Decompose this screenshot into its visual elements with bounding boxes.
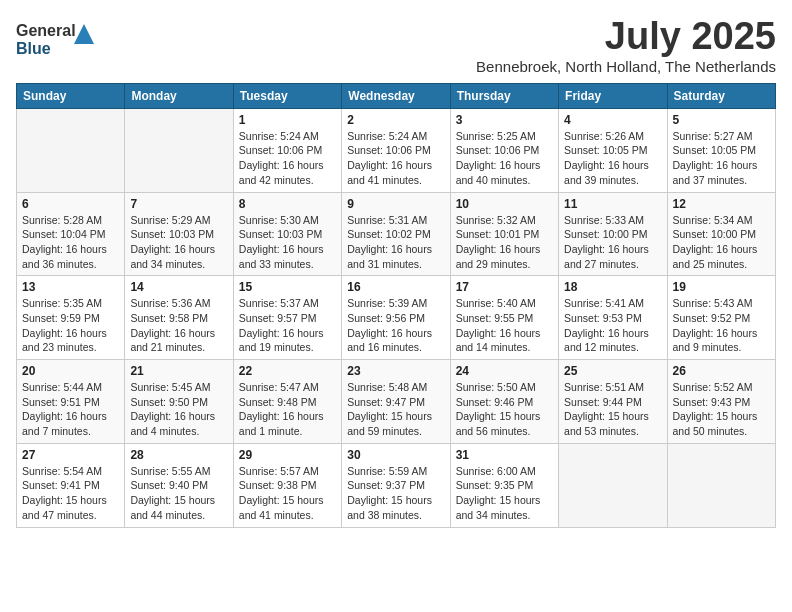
day-detail: Sunrise: 5:30 AMSunset: 10:03 PMDaylight…	[239, 213, 336, 272]
day-detail: Sunrise: 5:54 AMSunset: 9:41 PMDaylight:…	[22, 464, 119, 523]
day-detail: Sunrise: 5:40 AMSunset: 9:55 PMDaylight:…	[456, 296, 553, 355]
calendar-cell: 16Sunrise: 5:39 AMSunset: 9:56 PMDayligh…	[342, 276, 450, 360]
day-number: 27	[22, 448, 119, 462]
day-detail: Sunrise: 5:57 AMSunset: 9:38 PMDaylight:…	[239, 464, 336, 523]
day-number: 26	[673, 364, 770, 378]
day-header-thursday: Thursday	[450, 83, 558, 108]
calendar-cell: 23Sunrise: 5:48 AMSunset: 9:47 PMDayligh…	[342, 360, 450, 444]
calendar-cell: 24Sunrise: 5:50 AMSunset: 9:46 PMDayligh…	[450, 360, 558, 444]
day-detail: Sunrise: 5:34 AMSunset: 10:00 PMDaylight…	[673, 213, 770, 272]
day-number: 8	[239, 197, 336, 211]
calendar-cell: 20Sunrise: 5:44 AMSunset: 9:51 PMDayligh…	[17, 360, 125, 444]
day-detail: Sunrise: 5:27 AMSunset: 10:05 PMDaylight…	[673, 129, 770, 188]
calendar-cell: 4Sunrise: 5:26 AMSunset: 10:05 PMDayligh…	[559, 108, 667, 192]
day-number: 21	[130, 364, 227, 378]
day-detail: Sunrise: 5:55 AMSunset: 9:40 PMDaylight:…	[130, 464, 227, 523]
calendar-cell: 26Sunrise: 5:52 AMSunset: 9:43 PMDayligh…	[667, 360, 775, 444]
day-detail: Sunrise: 5:31 AMSunset: 10:02 PMDaylight…	[347, 213, 444, 272]
day-detail: Sunrise: 5:28 AMSunset: 10:04 PMDaylight…	[22, 213, 119, 272]
day-number: 15	[239, 280, 336, 294]
calendar-cell: 8Sunrise: 5:30 AMSunset: 10:03 PMDayligh…	[233, 192, 341, 276]
calendar-week-2: 6Sunrise: 5:28 AMSunset: 10:04 PMDayligh…	[17, 192, 776, 276]
day-detail: Sunrise: 5:35 AMSunset: 9:59 PMDaylight:…	[22, 296, 119, 355]
day-number: 10	[456, 197, 553, 211]
day-detail: Sunrise: 5:24 AMSunset: 10:06 PMDaylight…	[347, 129, 444, 188]
calendar-header-row: SundayMondayTuesdayWednesdayThursdayFrid…	[17, 83, 776, 108]
calendar-cell: 18Sunrise: 5:41 AMSunset: 9:53 PMDayligh…	[559, 276, 667, 360]
calendar-cell: 19Sunrise: 5:43 AMSunset: 9:52 PMDayligh…	[667, 276, 775, 360]
day-number: 29	[239, 448, 336, 462]
calendar-cell: 27Sunrise: 5:54 AMSunset: 9:41 PMDayligh…	[17, 443, 125, 527]
calendar-cell: 21Sunrise: 5:45 AMSunset: 9:50 PMDayligh…	[125, 360, 233, 444]
calendar-cell: 7Sunrise: 5:29 AMSunset: 10:03 PMDayligh…	[125, 192, 233, 276]
calendar-cell: 1Sunrise: 5:24 AMSunset: 10:06 PMDayligh…	[233, 108, 341, 192]
day-number: 3	[456, 113, 553, 127]
svg-marker-1	[74, 24, 94, 44]
calendar-cell: 15Sunrise: 5:37 AMSunset: 9:57 PMDayligh…	[233, 276, 341, 360]
calendar-cell: 6Sunrise: 5:28 AMSunset: 10:04 PMDayligh…	[17, 192, 125, 276]
day-header-friday: Friday	[559, 83, 667, 108]
day-number: 2	[347, 113, 444, 127]
day-number: 14	[130, 280, 227, 294]
calendar-cell	[125, 108, 233, 192]
calendar-cell: 31Sunrise: 6:00 AMSunset: 9:35 PMDayligh…	[450, 443, 558, 527]
day-header-wednesday: Wednesday	[342, 83, 450, 108]
day-number: 19	[673, 280, 770, 294]
day-number: 4	[564, 113, 661, 127]
calendar-cell: 9Sunrise: 5:31 AMSunset: 10:02 PMDayligh…	[342, 192, 450, 276]
calendar-cell: 10Sunrise: 5:32 AMSunset: 10:01 PMDaylig…	[450, 192, 558, 276]
location-title: Bennebroek, North Holland, The Netherlan…	[476, 58, 776, 75]
page-header: General Blue July 2025 Bennebroek, North…	[16, 16, 776, 75]
calendar-cell: 3Sunrise: 5:25 AMSunset: 10:06 PMDayligh…	[450, 108, 558, 192]
day-detail: Sunrise: 5:47 AMSunset: 9:48 PMDaylight:…	[239, 380, 336, 439]
calendar-cell: 22Sunrise: 5:47 AMSunset: 9:48 PMDayligh…	[233, 360, 341, 444]
day-header-saturday: Saturday	[667, 83, 775, 108]
month-title: July 2025	[476, 16, 776, 58]
day-number: 31	[456, 448, 553, 462]
calendar-cell	[667, 443, 775, 527]
calendar-week-4: 20Sunrise: 5:44 AMSunset: 9:51 PMDayligh…	[17, 360, 776, 444]
day-detail: Sunrise: 5:43 AMSunset: 9:52 PMDaylight:…	[673, 296, 770, 355]
day-detail: Sunrise: 5:48 AMSunset: 9:47 PMDaylight:…	[347, 380, 444, 439]
day-number: 12	[673, 197, 770, 211]
calendar-cell: 2Sunrise: 5:24 AMSunset: 10:06 PMDayligh…	[342, 108, 450, 192]
day-detail: Sunrise: 5:25 AMSunset: 10:06 PMDaylight…	[456, 129, 553, 188]
calendar-cell: 14Sunrise: 5:36 AMSunset: 9:58 PMDayligh…	[125, 276, 233, 360]
day-header-sunday: Sunday	[17, 83, 125, 108]
calendar-cell	[559, 443, 667, 527]
day-detail: Sunrise: 5:26 AMSunset: 10:05 PMDaylight…	[564, 129, 661, 188]
day-header-tuesday: Tuesday	[233, 83, 341, 108]
day-number: 6	[22, 197, 119, 211]
calendar-cell: 30Sunrise: 5:59 AMSunset: 9:37 PMDayligh…	[342, 443, 450, 527]
calendar-cell: 17Sunrise: 5:40 AMSunset: 9:55 PMDayligh…	[450, 276, 558, 360]
day-number: 7	[130, 197, 227, 211]
day-detail: Sunrise: 5:29 AMSunset: 10:03 PMDaylight…	[130, 213, 227, 272]
calendar-week-3: 13Sunrise: 5:35 AMSunset: 9:59 PMDayligh…	[17, 276, 776, 360]
day-number: 1	[239, 113, 336, 127]
day-number: 9	[347, 197, 444, 211]
day-number: 5	[673, 113, 770, 127]
day-detail: Sunrise: 5:24 AMSunset: 10:06 PMDaylight…	[239, 129, 336, 188]
day-detail: Sunrise: 5:41 AMSunset: 9:53 PMDaylight:…	[564, 296, 661, 355]
day-number: 25	[564, 364, 661, 378]
day-number: 13	[22, 280, 119, 294]
calendar-cell: 12Sunrise: 5:34 AMSunset: 10:00 PMDaylig…	[667, 192, 775, 276]
svg-text:Blue: Blue	[16, 40, 51, 57]
calendar-cell: 29Sunrise: 5:57 AMSunset: 9:38 PMDayligh…	[233, 443, 341, 527]
calendar-week-1: 1Sunrise: 5:24 AMSunset: 10:06 PMDayligh…	[17, 108, 776, 192]
day-header-monday: Monday	[125, 83, 233, 108]
day-detail: Sunrise: 5:36 AMSunset: 9:58 PMDaylight:…	[130, 296, 227, 355]
calendar-cell: 11Sunrise: 5:33 AMSunset: 10:00 PMDaylig…	[559, 192, 667, 276]
day-number: 23	[347, 364, 444, 378]
svg-text:General: General	[16, 22, 76, 39]
day-number: 28	[130, 448, 227, 462]
day-detail: Sunrise: 5:50 AMSunset: 9:46 PMDaylight:…	[456, 380, 553, 439]
day-number: 30	[347, 448, 444, 462]
calendar-cell	[17, 108, 125, 192]
calendar-cell: 5Sunrise: 5:27 AMSunset: 10:05 PMDayligh…	[667, 108, 775, 192]
calendar-week-5: 27Sunrise: 5:54 AMSunset: 9:41 PMDayligh…	[17, 443, 776, 527]
logo-svg: General Blue	[16, 16, 106, 60]
day-detail: Sunrise: 5:52 AMSunset: 9:43 PMDaylight:…	[673, 380, 770, 439]
day-number: 11	[564, 197, 661, 211]
day-detail: Sunrise: 5:44 AMSunset: 9:51 PMDaylight:…	[22, 380, 119, 439]
